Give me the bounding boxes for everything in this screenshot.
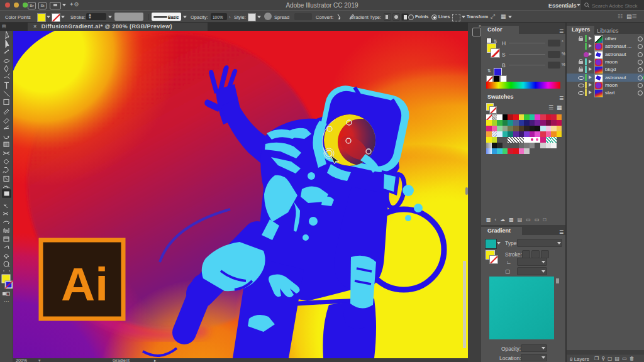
svg-text:⋯: ⋯ xyxy=(4,299,9,304)
svg-text:Ai: Ai xyxy=(61,258,108,310)
